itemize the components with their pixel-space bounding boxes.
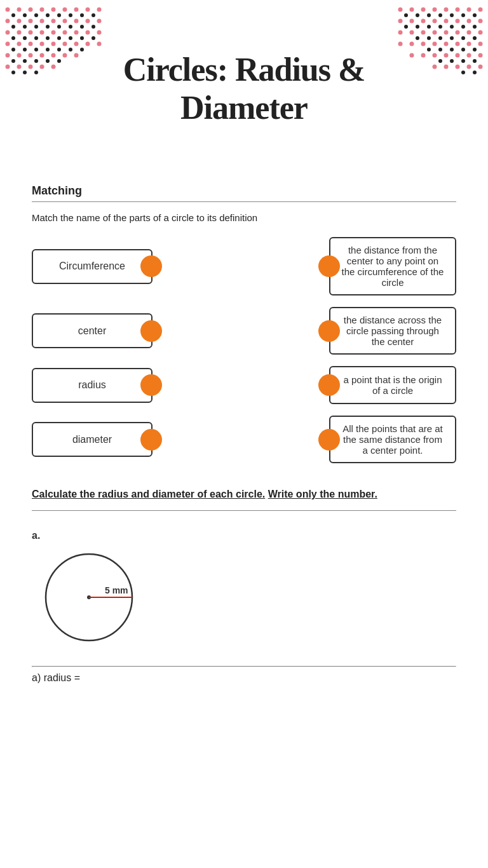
svg-point-105 xyxy=(478,31,483,35)
svg-point-97 xyxy=(478,19,483,24)
svg-point-32 xyxy=(40,42,44,46)
svg-point-154 xyxy=(461,48,465,51)
match-row-4: diameter All the points that are at the … xyxy=(32,416,456,463)
svg-point-54 xyxy=(57,13,61,17)
svg-point-25 xyxy=(63,31,67,35)
svg-point-51 xyxy=(23,13,27,17)
svg-point-144 xyxy=(427,25,431,29)
circle-diagram-a: 5 mm xyxy=(38,546,140,648)
svg-point-77 xyxy=(46,48,50,51)
calculate-instruction: Calculate the radius and diameter of eac… xyxy=(32,489,456,500)
svg-point-58 xyxy=(11,25,15,29)
svg-point-30 xyxy=(17,42,22,46)
svg-point-120 xyxy=(398,42,403,46)
def-connector-3: a point that is the origin of a circle xyxy=(318,366,456,404)
svg-point-16 xyxy=(63,19,67,24)
def-dot-3 xyxy=(318,374,340,396)
svg-point-67 xyxy=(23,36,27,40)
svg-point-31 xyxy=(29,42,33,46)
svg-point-7 xyxy=(63,8,67,12)
def-center[interactable]: a point that is the origin of a circle xyxy=(329,366,456,404)
svg-point-79 xyxy=(69,48,72,51)
svg-point-82 xyxy=(23,59,27,63)
svg-point-69 xyxy=(46,36,50,40)
svg-point-29 xyxy=(6,42,10,46)
svg-point-131 xyxy=(444,65,449,69)
svg-point-122 xyxy=(467,53,471,58)
svg-point-106 xyxy=(467,31,471,35)
svg-point-74 xyxy=(11,48,15,51)
svg-point-158 xyxy=(473,59,477,63)
svg-point-90 xyxy=(467,8,471,12)
def-dot-1 xyxy=(318,255,340,277)
svg-point-107 xyxy=(456,31,460,35)
svg-point-78 xyxy=(57,48,61,51)
svg-point-159 xyxy=(461,59,465,63)
svg-point-126 xyxy=(421,53,426,58)
term-center[interactable]: center xyxy=(32,313,152,348)
svg-point-52 xyxy=(34,13,38,17)
svg-point-18 xyxy=(86,19,90,24)
svg-point-24 xyxy=(51,31,56,35)
def-connector-1: the distance from the center to any poin… xyxy=(318,237,456,295)
svg-point-59 xyxy=(23,25,27,29)
svg-point-61 xyxy=(46,25,50,29)
svg-point-76 xyxy=(34,48,38,51)
svg-point-119 xyxy=(410,42,414,46)
term-dot-3 xyxy=(140,374,162,396)
svg-point-17 xyxy=(74,19,79,24)
svg-point-13 xyxy=(29,19,33,24)
svg-point-124 xyxy=(444,53,449,58)
page-header: Circles: Radius & Diameter xyxy=(0,0,488,178)
svg-point-12 xyxy=(17,19,22,24)
svg-point-5 xyxy=(40,8,44,12)
svg-point-2 xyxy=(6,8,10,12)
svg-point-113 xyxy=(478,42,483,46)
svg-point-27 xyxy=(86,31,90,35)
page-title: Circles: Radius & Diameter xyxy=(123,51,365,127)
svg-point-48 xyxy=(40,65,44,69)
svg-point-9 xyxy=(86,8,90,12)
svg-point-115 xyxy=(456,42,460,46)
svg-point-161 xyxy=(438,59,442,63)
svg-point-163 xyxy=(461,71,465,74)
def-circumference[interactable]: All the points that are at the same dist… xyxy=(329,416,456,463)
svg-point-46 xyxy=(17,65,22,69)
term-diameter[interactable]: diameter xyxy=(32,422,152,457)
term-dot-2 xyxy=(140,320,162,342)
svg-point-62 xyxy=(57,25,61,29)
svg-point-142 xyxy=(450,25,454,29)
svg-point-72 xyxy=(80,36,84,40)
svg-point-127 xyxy=(410,53,414,58)
problem-a-label: a. xyxy=(32,530,40,541)
term-circumference[interactable]: Circumference xyxy=(32,249,152,284)
svg-point-71 xyxy=(69,36,72,40)
svg-point-68 xyxy=(34,36,38,40)
def-connector-4: All the points that are at the same dist… xyxy=(318,416,456,463)
svg-point-8 xyxy=(74,8,79,12)
svg-point-10 xyxy=(97,8,102,12)
svg-point-95 xyxy=(410,8,414,12)
svg-point-121 xyxy=(478,53,483,58)
svg-point-85 xyxy=(57,59,61,63)
svg-point-15 xyxy=(51,19,56,24)
svg-point-26 xyxy=(74,31,79,35)
term-radius[interactable]: radius xyxy=(32,368,152,403)
def-connector-2: the distance across the circle passing t… xyxy=(318,307,456,355)
svg-point-138 xyxy=(416,13,419,17)
svg-point-155 xyxy=(450,48,454,51)
svg-point-147 xyxy=(473,36,477,40)
svg-point-137 xyxy=(427,13,431,17)
svg-point-75 xyxy=(23,48,27,51)
svg-point-145 xyxy=(416,25,419,29)
svg-point-57 xyxy=(92,13,95,17)
def-diameter[interactable]: the distance across the circle passing t… xyxy=(329,307,456,355)
svg-point-36 xyxy=(86,42,90,46)
svg-point-116 xyxy=(444,42,449,46)
svg-point-14 xyxy=(40,19,44,24)
def-radius[interactable]: the distance from the center to any poin… xyxy=(329,237,456,295)
svg-point-110 xyxy=(421,31,426,35)
svg-point-91 xyxy=(456,8,460,12)
matching-section: Matching Match the name of the parts of … xyxy=(32,184,456,463)
svg-point-28 xyxy=(97,31,102,35)
